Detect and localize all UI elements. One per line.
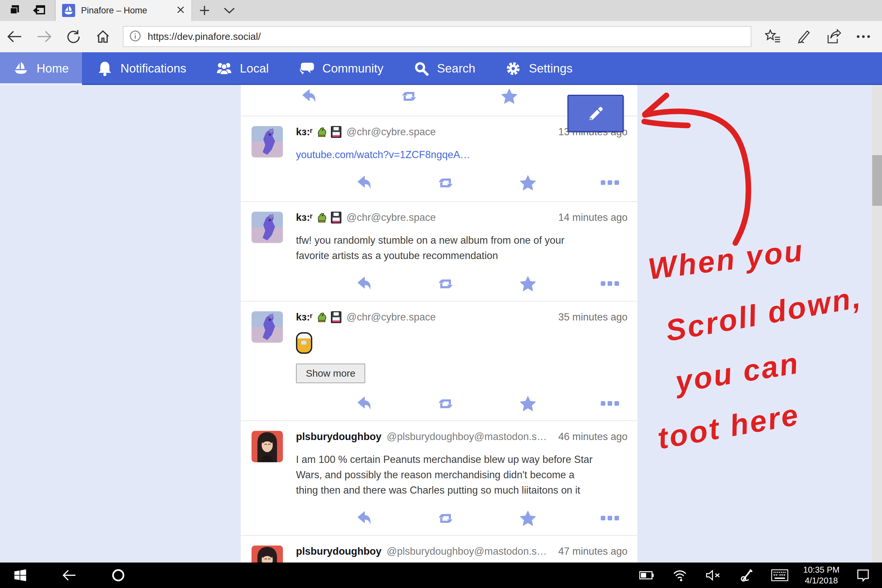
toot-content: I am 100 % certain Peanuts merchandise b… xyxy=(296,452,638,498)
toot-timestamp[interactable]: 46 minutes ago xyxy=(558,431,627,442)
avatar[interactable] xyxy=(252,431,283,462)
volume-muted-icon[interactable] xyxy=(704,566,723,585)
taskbar-clock[interactable]: 10:35 PM 4/1/2018 xyxy=(803,564,840,586)
display-name[interactable]: plsburydoughboy xyxy=(296,546,381,557)
toot-text-line: I am 100 % certain Peanuts merchandise b… xyxy=(296,452,624,467)
hub-favorites-icon[interactable] xyxy=(761,21,785,52)
nav-tab-label: Local xyxy=(240,62,268,75)
toot-more-icon[interactable] xyxy=(600,174,620,192)
windows-taskbar: 10:35 PM 4/1/2018 xyxy=(0,562,882,588)
battery-icon[interactable] xyxy=(637,566,656,585)
scrollbar-thumb[interactable] xyxy=(872,155,882,206)
toot-text-line: thing then and there was Charles putting… xyxy=(296,483,624,498)
display-name[interactable]: plsburydoughboy xyxy=(296,431,381,442)
favorite-star-icon[interactable] xyxy=(518,509,538,528)
favorite-star-icon[interactable] xyxy=(518,274,538,293)
toot-header: plsburydoughboy @plsburydoughboy@mastodo… xyxy=(296,431,638,442)
nav-tab-label: Home xyxy=(37,62,69,75)
reply-icon[interactable] xyxy=(354,394,374,413)
favorite-star-icon[interactable] xyxy=(500,87,519,106)
avatar[interactable] xyxy=(252,126,283,158)
forward-icon[interactable] xyxy=(29,21,59,52)
display-name[interactable]: kз:ʳ xyxy=(296,212,313,224)
browser-tab-pinafore[interactable]: Pinafore – Home xyxy=(56,0,192,21)
refresh-icon[interactable] xyxy=(59,21,88,52)
toot-timestamp[interactable]: 14 minutes ago xyxy=(558,212,627,224)
toot-text-line: favorite artists as a youtube recommenda… xyxy=(296,248,624,263)
back-icon[interactable] xyxy=(0,21,29,52)
display-name[interactable]: kз:ʳ xyxy=(296,311,313,323)
toot-timestamp[interactable]: 47 minutes ago xyxy=(558,546,627,557)
more-menu-icon[interactable] xyxy=(851,21,876,52)
cortana-icon[interactable] xyxy=(108,566,128,585)
site-info-icon[interactable] xyxy=(129,30,141,43)
favorite-star-icon[interactable] xyxy=(518,394,538,413)
close-tab-icon[interactable] xyxy=(176,6,185,15)
boost-icon[interactable] xyxy=(399,87,419,106)
toot-text-line: Wars, and possibly the reason merchandis… xyxy=(296,467,624,483)
toot-more-icon[interactable] xyxy=(600,509,620,528)
clock-time: 10:35 PM xyxy=(803,564,840,575)
avatar[interactable] xyxy=(252,311,283,343)
pencil-icon xyxy=(587,105,604,122)
screen: Pinafore – Home https://de xyxy=(0,0,882,588)
nav-tab-search[interactable]: Search xyxy=(399,52,490,85)
toot-timestamp[interactable]: 35 minutes ago xyxy=(558,311,627,323)
show-more-button[interactable]: Show more xyxy=(296,364,365,383)
bell-icon xyxy=(97,61,113,76)
touch-keyboard-icon[interactable] xyxy=(770,566,789,585)
reply-icon[interactable] xyxy=(354,174,374,192)
new-tab-button[interactable] xyxy=(192,0,217,21)
nav-tab-community[interactable]: Community xyxy=(284,52,399,85)
boost-icon[interactable] xyxy=(436,509,455,528)
compose-toot-button[interactable] xyxy=(567,95,624,132)
dragon-emoji xyxy=(316,311,328,323)
page-scrollbar[interactable] xyxy=(872,85,882,562)
dragon-emoji xyxy=(316,212,328,224)
display-name[interactable]: kз:ʳ xyxy=(296,126,313,138)
nav-tab-home[interactable]: Home xyxy=(0,52,82,85)
account-handle[interactable]: @chr@cybre.space xyxy=(346,212,436,224)
amber-jar-emoji xyxy=(296,332,312,354)
toot-more-icon[interactable] xyxy=(600,394,620,413)
toot-header: kз:ʳ @chr@cybre.space 14 minutes ago xyxy=(296,212,638,224)
restore-set-aside-tabs-icon[interactable] xyxy=(33,3,46,18)
avatar[interactable] xyxy=(252,546,283,562)
url-field[interactable]: https://dev.pinafore.social/ xyxy=(123,26,752,47)
toot-more-icon[interactable] xyxy=(600,274,620,293)
boost-icon[interactable] xyxy=(436,274,455,293)
share-icon[interactable] xyxy=(821,21,845,52)
account-handle[interactable]: @chr@cybre.space xyxy=(346,126,436,138)
boost-icon[interactable] xyxy=(436,394,455,413)
nav-tab-label: Community xyxy=(322,62,384,75)
tab-preview-chevron-icon[interactable] xyxy=(217,0,242,21)
toot: kз:ʳ @chr@cybre.space 35 minutes ago Sho… xyxy=(241,302,638,421)
taskbar-tray: 10:35 PM 4/1/2018 xyxy=(637,564,882,586)
account-handle[interactable]: @plsburydoughboy@mastodon.s… xyxy=(387,431,547,442)
nav-tab-local[interactable]: Local xyxy=(201,52,284,85)
pinafore-favicon-icon xyxy=(62,4,75,17)
action-center-icon[interactable] xyxy=(853,566,873,585)
url-text: https://dev.pinafore.social/ xyxy=(148,31,261,42)
reply-icon[interactable] xyxy=(354,274,374,293)
account-handle[interactable]: @chr@cybre.space xyxy=(346,311,436,323)
home-icon[interactable] xyxy=(88,21,118,52)
ink-text-line: Scroll down, xyxy=(663,280,864,348)
favorite-star-icon[interactable] xyxy=(518,174,538,192)
nav-tab-settings[interactable]: Settings xyxy=(490,52,588,85)
avatar[interactable] xyxy=(252,212,283,243)
taskbar-back-icon[interactable] xyxy=(60,566,79,585)
account-handle[interactable]: @plsburydoughboy@mastodon.s… xyxy=(387,546,547,557)
start-button-icon[interactable] xyxy=(10,566,30,585)
set-aside-tabs-icon[interactable] xyxy=(9,3,21,18)
reply-icon[interactable] xyxy=(298,87,318,106)
reply-icon[interactable] xyxy=(354,509,374,528)
nav-tab-notifications[interactable]: Notifications xyxy=(82,52,201,85)
toot-header: kз:ʳ @chr@cybre.space 35 minutes ago xyxy=(296,311,638,323)
toot-link[interactable]: youtube.com/watch?v=1ZCF8ngqeA… xyxy=(296,149,470,160)
web-note-pen-icon[interactable] xyxy=(791,21,815,52)
toot-text-line: tfw! you randomly stumble on a new album… xyxy=(296,232,624,248)
pen-icon[interactable] xyxy=(736,566,756,585)
wifi-icon[interactable] xyxy=(670,566,690,585)
boost-icon[interactable] xyxy=(436,174,455,192)
